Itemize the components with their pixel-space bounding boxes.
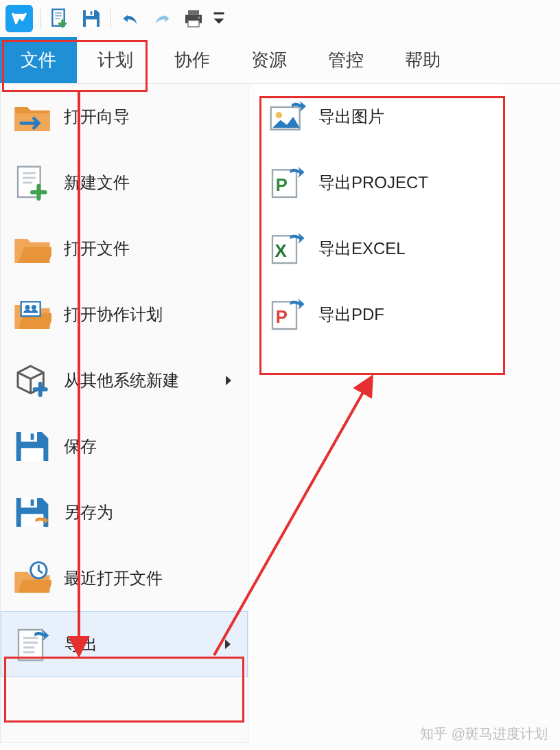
- svg-rect-16: [31, 433, 34, 440]
- export-image-icon: [268, 99, 306, 135]
- menu-label: 打开文件: [64, 238, 130, 260]
- tab-collab[interactable]: 协作: [154, 37, 231, 83]
- submenu-export-image[interactable]: 导出图片: [255, 84, 504, 150]
- submenu-arrow-icon: [224, 635, 232, 654]
- app-logo-icon: [5, 5, 33, 32]
- menu-new-from-other[interactable]: 从其他系统新建: [1, 348, 248, 413]
- submenu-arrow-icon: [224, 371, 233, 390]
- menu-label: 另存为: [64, 501, 113, 523]
- svg-point-12: [25, 305, 30, 310]
- submenu-label: 导出图片: [318, 106, 384, 128]
- svg-rect-14: [21, 432, 37, 442]
- menu-label: 打开协作计划: [64, 304, 163, 326]
- undo-icon[interactable]: [118, 6, 143, 31]
- menu-export[interactable]: 导出: [1, 611, 248, 677]
- export-project-icon: P: [268, 165, 306, 201]
- toolbar-separator: [40, 8, 40, 29]
- svg-rect-19: [31, 499, 34, 505]
- toolbar-separator: [110, 8, 111, 29]
- svg-point-13: [32, 305, 36, 310]
- svg-rect-6: [188, 21, 199, 27]
- open-file-icon: [13, 231, 51, 266]
- svg-rect-2: [86, 19, 97, 27]
- svg-text:X: X: [275, 241, 287, 260]
- menu-save-as[interactable]: 另存为: [1, 479, 248, 545]
- submenu-export-excel[interactable]: X 导出EXCEL: [255, 216, 504, 282]
- quick-access-toolbar: [0, 0, 560, 37]
- open-wizard-icon: [13, 99, 51, 135]
- cube-add-icon: [13, 363, 51, 398]
- submenu-export-pdf[interactable]: P 导出PDF: [255, 282, 504, 348]
- menu-open-collab-plan[interactable]: 打开协作计划: [1, 282, 248, 348]
- submenu-label: 导出PROJECT: [318, 172, 428, 194]
- tab-control[interactable]: 管控: [307, 37, 384, 83]
- menu-open-file[interactable]: 打开文件: [1, 216, 248, 282]
- svg-rect-11: [21, 302, 40, 316]
- svg-rect-1: [86, 10, 94, 16]
- tab-resource[interactable]: 资源: [231, 37, 307, 83]
- customize-dropdown-icon[interactable]: [213, 6, 225, 31]
- tab-help[interactable]: 帮助: [384, 37, 461, 83]
- menu-recent[interactable]: 最近打开文件: [1, 545, 248, 611]
- menu-label: 导出: [65, 633, 97, 655]
- svg-point-23: [276, 112, 282, 118]
- submenu-label: 导出EXCEL: [318, 238, 406, 260]
- menu-label: 打开向导: [64, 106, 130, 128]
- export-icon: [14, 626, 52, 662]
- print-icon[interactable]: [181, 6, 206, 31]
- svg-rect-17: [21, 498, 37, 508]
- menu-new-file[interactable]: 新建文件: [1, 150, 248, 216]
- save-icon: [13, 429, 51, 464]
- menu-label: 最近打开文件: [64, 567, 163, 589]
- menu-label: 保存: [64, 435, 97, 457]
- svg-text:P: P: [276, 307, 288, 326]
- export-submenu: 导出图片 P 导出PROJECT X 导出EXCEL P 导出PDF: [255, 84, 504, 372]
- menu-open-wizard[interactable]: 打开向导: [1, 84, 248, 150]
- svg-rect-8: [214, 12, 224, 14]
- submenu-label: 导出PDF: [318, 304, 384, 326]
- save-icon[interactable]: [79, 6, 104, 31]
- recent-icon: [13, 560, 51, 596]
- new-document-icon[interactable]: [47, 6, 72, 31]
- export-excel-icon: X: [268, 231, 306, 266]
- svg-rect-15: [21, 448, 44, 461]
- open-collab-icon: [13, 297, 51, 332]
- svg-rect-4: [188, 10, 199, 15]
- new-file-icon: [13, 165, 51, 201]
- redo-icon[interactable]: [150, 6, 174, 31]
- export-pdf-icon: P: [268, 297, 306, 332]
- svg-text:P: P: [276, 175, 288, 194]
- svg-rect-3: [91, 11, 93, 14]
- save-as-icon: [13, 495, 51, 530]
- svg-point-7: [198, 16, 200, 19]
- file-menu: 打开向导 新建文件 打开文件 打开协作计划 从其他系统新建 保存: [0, 84, 248, 743]
- menu-save[interactable]: 保存: [1, 413, 248, 479]
- submenu-export-project[interactable]: P 导出PROJECT: [255, 150, 504, 216]
- tab-plan[interactable]: 计划: [77, 37, 154, 83]
- menu-label: 新建文件: [64, 172, 130, 194]
- tab-file[interactable]: 文件: [0, 37, 77, 83]
- ribbon-tabs: 文件 计划 协作 资源 管控 帮助: [0, 37, 560, 84]
- menu-label: 从其他系统新建: [64, 370, 179, 391]
- watermark: 知乎 @斑马进度计划: [420, 725, 548, 743]
